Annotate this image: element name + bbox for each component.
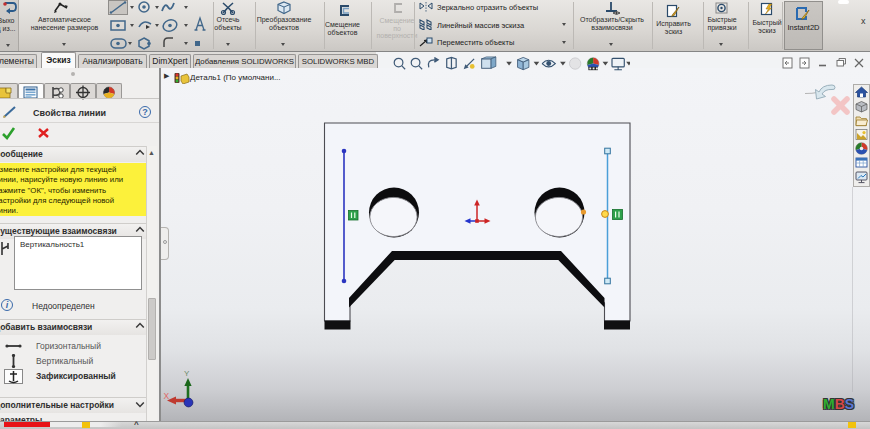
svg-text:Y: Y — [184, 369, 190, 378]
svg-text:X: X — [164, 391, 170, 401]
